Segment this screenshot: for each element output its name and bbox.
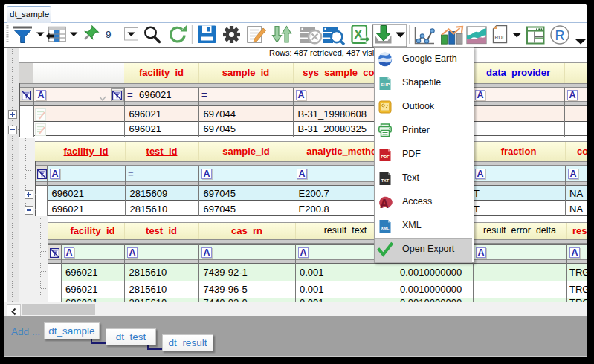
svg-text:R: R [555, 28, 565, 43]
svg-text:PDF: PDF [381, 155, 390, 159]
svg-text:XML: XML [381, 226, 390, 230]
svg-text:SHP: SHP [381, 82, 390, 87]
svg-text:9: 9 [106, 29, 112, 40]
svg-text:TXT: TXT [381, 178, 390, 183]
svg-text:A: A [380, 197, 389, 210]
svg-text:RDL: RDL [494, 35, 505, 40]
